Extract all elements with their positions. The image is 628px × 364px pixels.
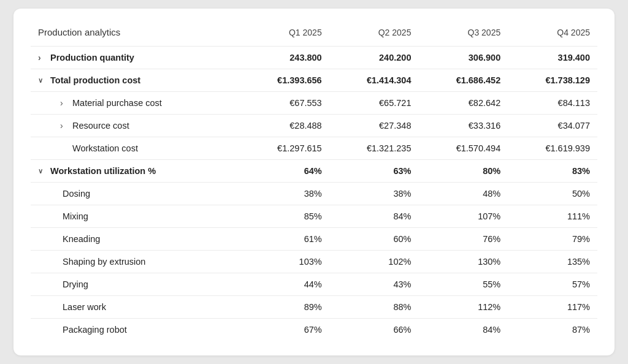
cell-workstation-utilization-q4: 83%	[508, 160, 597, 183]
cell-production-quantity-q3: 306.900	[418, 47, 508, 69]
cell-drying-q2: 43%	[329, 273, 419, 296]
table-row-total-production-cost: ∨Total production cost€1.393.656€1.414.3…	[31, 69, 597, 92]
cell-material-purchase-cost-q3: €82.642	[418, 92, 508, 115]
col-q2: Q2 2025	[329, 23, 419, 47]
table-row-production-quantity: ›Production quantity243.800240.200306.90…	[31, 47, 597, 69]
cell-laser-work-q1: 89%	[240, 296, 329, 319]
table-row-drying: Drying44%43%55%57%	[31, 273, 597, 296]
col-q1: Q1 2025	[240, 23, 329, 47]
row-label-text-shaping-by-extrusion: Shaping by extrusion	[63, 257, 145, 267]
table-row-dosing: Dosing38%38%48%50%	[31, 183, 597, 205]
cell-workstation-cost-q2: €1.321.235	[329, 137, 419, 160]
cell-packaging-robot-q3: 84%	[418, 319, 508, 341]
table-row-workstation-utilization: ∨Workstation utilization %64%63%80%83%	[31, 160, 597, 183]
cell-kneading-q1: 61%	[240, 228, 329, 251]
table-header-row: Production analytics Q1 2025 Q2 2025 Q3 …	[31, 23, 597, 47]
cell-laser-work-q4: 117%	[508, 296, 597, 319]
cell-production-quantity-q4: 319.400	[508, 47, 597, 69]
row-label-text-mixing: Mixing	[63, 211, 88, 221]
col-q4: Q4 2025	[508, 23, 597, 47]
cell-mixing-q4: 111%	[508, 205, 597, 228]
table-row-laser-work: Laser work89%88%112%117%	[31, 296, 597, 319]
cell-production-quantity-q1: 243.800	[240, 47, 329, 69]
cell-shaping-by-extrusion-q2: 102%	[329, 251, 419, 273]
cell-shaping-by-extrusion-q4: 135%	[508, 251, 597, 273]
row-label-text-packaging-robot: Packaging robot	[63, 325, 127, 335]
table-title-header: Production analytics	[31, 23, 240, 47]
cell-resource-cost-q1: €28.488	[240, 115, 329, 137]
chevron-right-icon[interactable]: ›	[60, 98, 69, 108]
cell-total-production-cost-q3: €1.686.452	[418, 69, 508, 92]
row-label-text-production-quantity: Production quantity	[50, 53, 134, 63]
cell-laser-work-q3: 112%	[418, 296, 508, 319]
cell-material-purchase-cost-q4: €84.113	[508, 92, 597, 115]
chevron-right-icon[interactable]: ›	[38, 53, 47, 63]
cell-dosing-q1: 38%	[240, 183, 329, 205]
row-label-text-laser-work: Laser work	[63, 302, 106, 312]
chevron-down-icon[interactable]: ∨	[38, 77, 47, 85]
table-row-kneading: Kneading61%60%76%79%	[31, 228, 597, 251]
row-label-text-workstation-cost: Workstation cost	[72, 143, 138, 153]
cell-resource-cost-q2: €27.348	[329, 115, 419, 137]
table-row-material-purchase-cost: ›Material purchase cost€67.553€65.721€82…	[31, 92, 597, 115]
cell-material-purchase-cost-q2: €65.721	[329, 92, 419, 115]
cell-kneading-q4: 79%	[508, 228, 597, 251]
cell-workstation-utilization-q1: 64%	[240, 160, 329, 183]
row-label-text-total-production-cost: Total production cost	[50, 75, 140, 85]
cell-dosing-q2: 38%	[329, 183, 419, 205]
cell-drying-q3: 55%	[418, 273, 508, 296]
table-row-packaging-robot: Packaging robot67%66%84%87%	[31, 319, 597, 341]
cell-laser-work-q2: 88%	[329, 296, 419, 319]
row-label-text-resource-cost: Resource cost	[72, 121, 129, 131]
cell-mixing-q2: 84%	[329, 205, 419, 228]
row-label-text-material-purchase-cost: Material purchase cost	[72, 98, 162, 108]
cell-kneading-q3: 76%	[418, 228, 508, 251]
row-label-text-drying: Drying	[63, 279, 88, 289]
cell-mixing-q3: 107%	[418, 205, 508, 228]
cell-dosing-q3: 48%	[418, 183, 508, 205]
col-q3: Q3 2025	[418, 23, 508, 47]
cell-total-production-cost-q4: €1.738.129	[508, 69, 597, 92]
cell-drying-q4: 57%	[508, 273, 597, 296]
table-row-mixing: Mixing85%84%107%111%	[31, 205, 597, 228]
cell-total-production-cost-q1: €1.393.656	[240, 69, 329, 92]
cell-workstation-cost-q1: €1.297.615	[240, 137, 329, 160]
cell-packaging-robot-q4: 87%	[508, 319, 597, 341]
analytics-card: Production analytics Q1 2025 Q2 2025 Q3 …	[13, 9, 615, 355]
cell-mixing-q1: 85%	[240, 205, 329, 228]
table-row-resource-cost: ›Resource cost€28.488€27.348€33.316€34.0…	[31, 115, 597, 137]
row-label-text-kneading: Kneading	[63, 234, 100, 244]
row-label-text-dosing: Dosing	[63, 189, 90, 199]
cell-shaping-by-extrusion-q3: 130%	[418, 251, 508, 273]
cell-shaping-by-extrusion-q1: 103%	[240, 251, 329, 273]
cell-resource-cost-q4: €34.077	[508, 115, 597, 137]
cell-workstation-utilization-q3: 80%	[418, 160, 508, 183]
cell-production-quantity-q2: 240.200	[329, 47, 419, 69]
cell-packaging-robot-q2: 66%	[329, 319, 419, 341]
chevron-right-icon[interactable]: ›	[60, 121, 69, 131]
cell-kneading-q2: 60%	[329, 228, 419, 251]
chevron-down-icon[interactable]: ∨	[38, 167, 47, 175]
table-row-workstation-cost: Workstation cost€1.297.615€1.321.235€1.5…	[31, 137, 597, 160]
cell-workstation-cost-q4: €1.619.939	[508, 137, 597, 160]
row-label-text-workstation-utilization: Workstation utilization %	[50, 166, 156, 176]
cell-packaging-robot-q1: 67%	[240, 319, 329, 341]
table-row-shaping-by-extrusion: Shaping by extrusion103%102%130%135%	[31, 251, 597, 273]
cell-drying-q1: 44%	[240, 273, 329, 296]
cell-dosing-q4: 50%	[508, 183, 597, 205]
cell-workstation-cost-q3: €1.570.494	[418, 137, 508, 160]
cell-total-production-cost-q2: €1.414.304	[329, 69, 419, 92]
cell-workstation-utilization-q2: 63%	[329, 160, 419, 183]
cell-material-purchase-cost-q1: €67.553	[240, 92, 329, 115]
analytics-table: Production analytics Q1 2025 Q2 2025 Q3 …	[31, 23, 597, 341]
cell-resource-cost-q3: €33.316	[418, 115, 508, 137]
